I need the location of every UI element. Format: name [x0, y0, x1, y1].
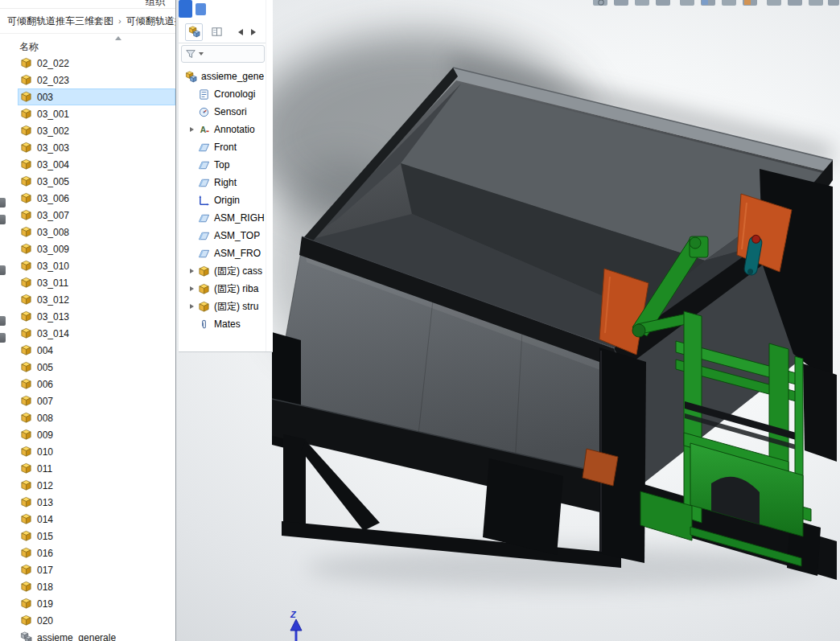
part-file-icon: [20, 496, 32, 508]
file-item[interactable]: 018: [18, 578, 175, 595]
clipped-app-icon: [179, 0, 192, 18]
plane-icon: [198, 159, 210, 171]
file-item[interactable]: 02_022: [18, 55, 175, 72]
feature-tree: assieme_gene Cronologi Sensori Annotatio…: [179, 68, 266, 351]
file-item[interactable]: 019: [18, 595, 175, 612]
featuremanager-panel: assieme_gene Cronologi Sensori Annotatio…: [179, 0, 273, 352]
file-item[interactable]: 016: [18, 544, 175, 561]
heads-up-toolbar[interactable]: [593, 0, 839, 6]
file-item[interactable]: assieme_generale: [18, 629, 175, 641]
file-item-selected[interactable]: 003: [18, 88, 175, 105]
file-item[interactable]: 03_011: [18, 274, 175, 291]
file-item[interactable]: 010: [18, 443, 175, 460]
tab-display-pane[interactable]: [208, 23, 225, 41]
file-item[interactable]: 03_008: [18, 224, 175, 240]
tree-item-mates[interactable]: Mates: [179, 315, 266, 333]
part-file-icon: [20, 446, 32, 458]
assembly-icon: [185, 71, 197, 83]
file-item[interactable]: 03_002: [18, 122, 175, 139]
clipped-icon-fragment: [0, 198, 6, 208]
file-item[interactable]: 015: [18, 528, 175, 544]
organize-button[interactable]: 组织: [146, 0, 165, 9]
file-item[interactable]: 03_014: [18, 325, 175, 342]
tree-item-component-stru[interactable]: (固定) stru: [179, 298, 266, 315]
tree-item-sensors[interactable]: Sensori: [179, 103, 266, 121]
file-item[interactable]: 014: [18, 511, 175, 528]
file-item[interactable]: 005: [18, 359, 175, 376]
file-item[interactable]: 03_007: [18, 207, 175, 224]
part-file-icon: [20, 598, 32, 610]
file-item[interactable]: 03_004: [18, 156, 175, 173]
part-icon: [198, 283, 210, 295]
tree-panel-scroll-gutter: [266, 0, 273, 351]
breadcrumb-segment[interactable]: 可倾翻轨道推车三维套图: [4, 12, 117, 31]
viewport-3d[interactable]: Z: [175, 0, 840, 641]
file-item[interactable]: 013: [18, 494, 175, 511]
file-item[interactable]: 03_001: [18, 105, 175, 122]
part-file-icon: [20, 412, 32, 424]
part-icon: [198, 301, 210, 313]
part-file-icon: [20, 462, 32, 475]
tree-item-asm-top-plane[interactable]: ASM_TOP: [179, 227, 266, 244]
tree-item-right-plane[interactable]: Right: [179, 174, 266, 191]
expand-arrow-icon[interactable]: [185, 286, 198, 291]
file-item[interactable]: 02_023: [18, 72, 175, 88]
tab-featuremanager[interactable]: [185, 23, 203, 41]
tree-item-annotations[interactable]: Annotatio: [179, 121, 266, 138]
part-file-icon: [20, 564, 32, 576]
file-item[interactable]: 008: [18, 409, 175, 426]
tree-filter-box[interactable]: [181, 45, 265, 63]
plane-icon: [198, 142, 210, 154]
tree-item-assembly-root[interactable]: assieme_gene: [179, 68, 266, 85]
history-icon: [198, 88, 210, 101]
part-file-icon: [20, 74, 32, 86]
part-file-icon: [20, 429, 32, 441]
expand-arrow-icon[interactable]: [185, 269, 198, 273]
part-file-icon: [20, 158, 32, 171]
tree-item-front-plane[interactable]: Front: [179, 138, 266, 156]
file-item[interactable]: 012: [18, 477, 175, 494]
file-item[interactable]: 03_013: [18, 308, 175, 325]
file-item[interactable]: 006: [18, 376, 175, 392]
file-item[interactable]: 011: [18, 460, 175, 477]
chevron-down-icon: [199, 52, 204, 55]
assembly-icon: [188, 26, 200, 38]
pane-collapse-left-icon[interactable]: [238, 29, 243, 35]
file-item[interactable]: 03_012: [18, 291, 175, 308]
assembly-file-icon: [20, 631, 32, 641]
part-file-icon: [20, 310, 32, 323]
file-item[interactable]: 004: [18, 342, 175, 359]
file-list: 02_022 02_023 003 03_001 03_002 03_003 0…: [0, 55, 175, 641]
tree-item-top-plane[interactable]: Top: [179, 156, 266, 174]
part-file-icon: [20, 192, 32, 204]
clipped-icon-fragment: [0, 333, 6, 343]
file-item[interactable]: 03_006: [18, 190, 175, 207]
part-file-icon: [20, 294, 32, 306]
file-item[interactable]: 03_005: [18, 173, 175, 190]
expand-arrow-icon[interactable]: [185, 127, 198, 132]
file-item[interactable]: 009: [18, 426, 175, 443]
file-item[interactable]: 017: [18, 561, 175, 578]
part-file-icon: [20, 260, 32, 272]
clipped-icon-fragment: [0, 215, 6, 224]
part-file-icon: [20, 344, 32, 356]
tree-item-asm-front-plane[interactable]: ASM_FRO: [179, 244, 266, 262]
file-browser-panel: 组织 可倾翻轨道推车三维套图 › 可倾翻轨道推 名称 02_022 02_023…: [0, 0, 176, 641]
part-file-icon: [20, 277, 32, 289]
file-item[interactable]: 03_003: [18, 139, 175, 156]
file-item[interactable]: 020: [18, 612, 175, 629]
dialog-toolbar: 组织: [0, 0, 175, 9]
tree-item-origin[interactable]: Origin: [179, 191, 266, 209]
name-column-header[interactable]: 名称: [19, 40, 39, 54]
part-file-icon: [20, 243, 32, 255]
pane-expand-right-icon[interactable]: [251, 29, 256, 35]
tree-item-asm-right-plane[interactable]: ASM_RIGH: [179, 209, 266, 227]
breadcrumb-segment[interactable]: 可倾翻轨道推: [123, 12, 175, 31]
expand-arrow-icon[interactable]: [185, 304, 198, 309]
file-item[interactable]: 007: [18, 392, 175, 409]
file-item[interactable]: 03_010: [18, 257, 175, 274]
tree-item-component-riba[interactable]: (固定) riba: [179, 280, 266, 298]
file-item[interactable]: 03_009: [18, 240, 175, 257]
tree-item-component-cass[interactable]: (固定) cass: [179, 262, 266, 280]
tree-item-history[interactable]: Cronologi: [179, 85, 266, 103]
